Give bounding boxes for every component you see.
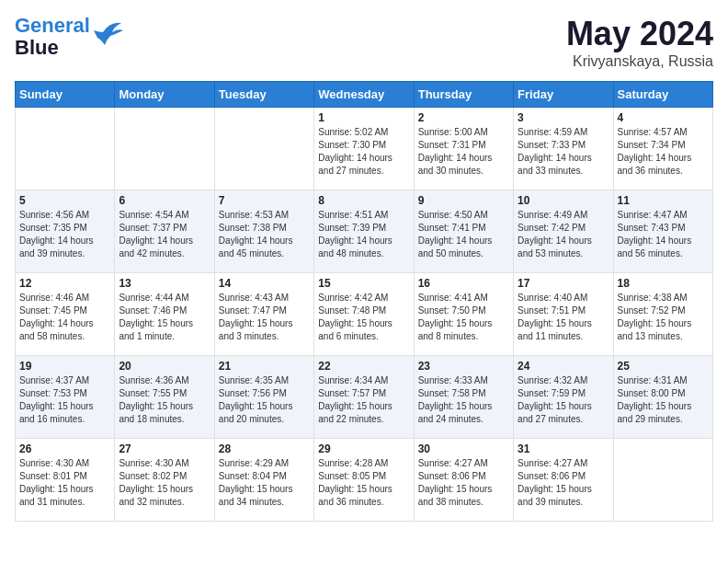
day-info: Sunrise: 4:34 AM Sunset: 7:57 PM Dayligh… [318,374,409,426]
column-header-tuesday: Tuesday [214,82,313,108]
day-info: Sunrise: 4:29 AM Sunset: 8:04 PM Dayligh… [219,457,310,509]
column-header-monday: Monday [115,82,214,108]
calendar-cell: 24Sunrise: 4:32 AM Sunset: 7:59 PM Dayli… [514,356,613,439]
location: Krivyanskaya, Russia [566,53,713,70]
calendar-cell: 26Sunrise: 4:30 AM Sunset: 8:01 PM Dayli… [16,439,115,522]
calendar-cell [214,108,313,190]
calendar-cell [16,108,115,190]
calendar-cell: 14Sunrise: 4:43 AM Sunset: 7:47 PM Dayli… [214,273,313,356]
column-header-friday: Friday [514,82,613,108]
calendar-cell: 10Sunrise: 4:49 AM Sunset: 7:42 PM Dayli… [514,190,613,273]
calendar-cell [115,108,214,190]
calendar-cell: 7Sunrise: 4:53 AM Sunset: 7:38 PM Daylig… [214,190,313,273]
calendar-week-row: 19Sunrise: 4:37 AM Sunset: 7:53 PM Dayli… [16,356,713,439]
calendar-cell: 16Sunrise: 4:41 AM Sunset: 7:50 PM Dayli… [414,273,513,356]
day-number: 30 [418,442,509,455]
day-info: Sunrise: 5:00 AM Sunset: 7:31 PM Dayligh… [418,126,509,178]
calendar-cell: 31Sunrise: 4:27 AM Sunset: 8:06 PM Dayli… [514,439,613,522]
day-number: 17 [518,277,609,290]
calendar-week-row: 1Sunrise: 5:02 AM Sunset: 7:30 PM Daylig… [16,108,713,190]
calendar-cell: 19Sunrise: 4:37 AM Sunset: 7:53 PM Dayli… [16,356,115,439]
calendar-cell: 27Sunrise: 4:30 AM Sunset: 8:02 PM Dayli… [115,439,214,522]
day-info: Sunrise: 4:50 AM Sunset: 7:41 PM Dayligh… [418,209,509,260]
calendar-cell: 1Sunrise: 5:02 AM Sunset: 7:30 PM Daylig… [314,108,414,190]
day-info: Sunrise: 4:41 AM Sunset: 7:50 PM Dayligh… [418,292,509,343]
day-number: 6 [119,194,210,207]
day-number: 18 [618,277,709,290]
day-info: Sunrise: 4:53 AM Sunset: 7:38 PM Dayligh… [219,209,310,260]
day-number: 11 [618,194,709,207]
day-info: Sunrise: 4:56 AM Sunset: 7:35 PM Dayligh… [19,209,110,260]
calendar-cell: 13Sunrise: 4:44 AM Sunset: 7:46 PM Dayli… [115,273,214,356]
title-block: May 2024 Krivyanskaya, Russia [566,15,713,70]
day-info: Sunrise: 4:43 AM Sunset: 7:47 PM Dayligh… [219,292,310,343]
calendar-cell: 18Sunrise: 4:38 AM Sunset: 7:52 PM Dayli… [613,273,712,356]
calendar-cell: 8Sunrise: 4:51 AM Sunset: 7:39 PM Daylig… [314,190,414,273]
day-number: 7 [219,194,310,207]
day-info: Sunrise: 4:37 AM Sunset: 7:53 PM Dayligh… [19,374,110,426]
calendar-week-row: 12Sunrise: 4:46 AM Sunset: 7:45 PM Dayli… [16,273,713,356]
day-info: Sunrise: 4:59 AM Sunset: 7:33 PM Dayligh… [518,126,609,178]
day-number: 13 [119,277,210,290]
day-number: 16 [418,277,509,290]
calendar-cell [613,439,712,522]
calendar-cell: 12Sunrise: 4:46 AM Sunset: 7:45 PM Dayli… [16,273,115,356]
day-number: 31 [518,442,609,455]
logo-text: GeneralBlue [15,15,90,59]
calendar-cell: 15Sunrise: 4:42 AM Sunset: 7:48 PM Dayli… [314,273,414,356]
day-number: 23 [418,360,509,373]
calendar-table: SundayMondayTuesdayWednesdayThursdayFrid… [15,81,713,522]
calendar-cell: 9Sunrise: 4:50 AM Sunset: 7:41 PM Daylig… [414,190,513,273]
column-header-saturday: Saturday [613,82,712,108]
day-number: 24 [518,360,609,373]
day-info: Sunrise: 4:47 AM Sunset: 7:43 PM Dayligh… [618,209,709,260]
calendar-cell: 21Sunrise: 4:35 AM Sunset: 7:56 PM Dayli… [214,356,313,439]
logo-bird-icon [94,19,123,45]
calendar-cell: 20Sunrise: 4:36 AM Sunset: 7:55 PM Dayli… [115,356,214,439]
day-info: Sunrise: 5:02 AM Sunset: 7:30 PM Dayligh… [318,126,409,178]
calendar-cell: 2Sunrise: 5:00 AM Sunset: 7:31 PM Daylig… [414,108,513,190]
day-info: Sunrise: 4:49 AM Sunset: 7:42 PM Dayligh… [518,209,609,260]
calendar-cell: 6Sunrise: 4:54 AM Sunset: 7:37 PM Daylig… [115,190,214,273]
calendar-cell: 17Sunrise: 4:40 AM Sunset: 7:51 PM Dayli… [514,273,613,356]
day-number: 2 [418,111,509,124]
day-info: Sunrise: 4:27 AM Sunset: 8:06 PM Dayligh… [518,457,609,509]
calendar-cell: 25Sunrise: 4:31 AM Sunset: 8:00 PM Dayli… [613,356,712,439]
day-number: 4 [618,111,709,124]
day-info: Sunrise: 4:46 AM Sunset: 7:45 PM Dayligh… [19,292,110,343]
day-number: 8 [318,194,409,207]
day-info: Sunrise: 4:30 AM Sunset: 8:02 PM Dayligh… [119,457,210,509]
day-number: 1 [318,111,409,124]
calendar-cell: 4Sunrise: 4:57 AM Sunset: 7:34 PM Daylig… [613,108,712,190]
day-info: Sunrise: 4:30 AM Sunset: 8:01 PM Dayligh… [19,457,110,509]
day-info: Sunrise: 4:57 AM Sunset: 7:34 PM Dayligh… [618,126,709,178]
day-info: Sunrise: 4:38 AM Sunset: 7:52 PM Dayligh… [618,292,709,343]
day-number: 20 [119,360,210,373]
day-number: 21 [219,360,310,373]
day-info: Sunrise: 4:54 AM Sunset: 7:37 PM Dayligh… [119,209,210,260]
calendar-cell: 11Sunrise: 4:47 AM Sunset: 7:43 PM Dayli… [613,190,712,273]
day-number: 19 [19,360,110,373]
calendar-cell: 29Sunrise: 4:28 AM Sunset: 8:05 PM Dayli… [314,439,414,522]
day-info: Sunrise: 4:40 AM Sunset: 7:51 PM Dayligh… [518,292,609,343]
day-info: Sunrise: 4:28 AM Sunset: 8:05 PM Dayligh… [318,457,409,509]
day-number: 5 [19,194,110,207]
day-info: Sunrise: 4:44 AM Sunset: 7:46 PM Dayligh… [119,292,210,343]
day-number: 9 [418,194,509,207]
calendar-cell: 23Sunrise: 4:33 AM Sunset: 7:58 PM Dayli… [414,356,513,439]
calendar-cell: 28Sunrise: 4:29 AM Sunset: 8:04 PM Dayli… [214,439,313,522]
calendar-week-row: 26Sunrise: 4:30 AM Sunset: 8:01 PM Dayli… [16,439,713,522]
column-header-thursday: Thursday [414,82,513,108]
column-header-sunday: Sunday [16,82,115,108]
calendar-cell: 3Sunrise: 4:59 AM Sunset: 7:33 PM Daylig… [514,108,613,190]
day-number: 25 [618,360,709,373]
calendar-cell: 5Sunrise: 4:56 AM Sunset: 7:35 PM Daylig… [16,190,115,273]
calendar-cell: 30Sunrise: 4:27 AM Sunset: 8:06 PM Dayli… [414,439,513,522]
day-number: 26 [19,442,110,455]
day-number: 22 [318,360,409,373]
day-info: Sunrise: 4:27 AM Sunset: 8:06 PM Dayligh… [418,457,509,509]
day-number: 3 [518,111,609,124]
day-number: 27 [119,442,210,455]
calendar-week-row: 5Sunrise: 4:56 AM Sunset: 7:35 PM Daylig… [16,190,713,273]
day-info: Sunrise: 4:32 AM Sunset: 7:59 PM Dayligh… [518,374,609,426]
